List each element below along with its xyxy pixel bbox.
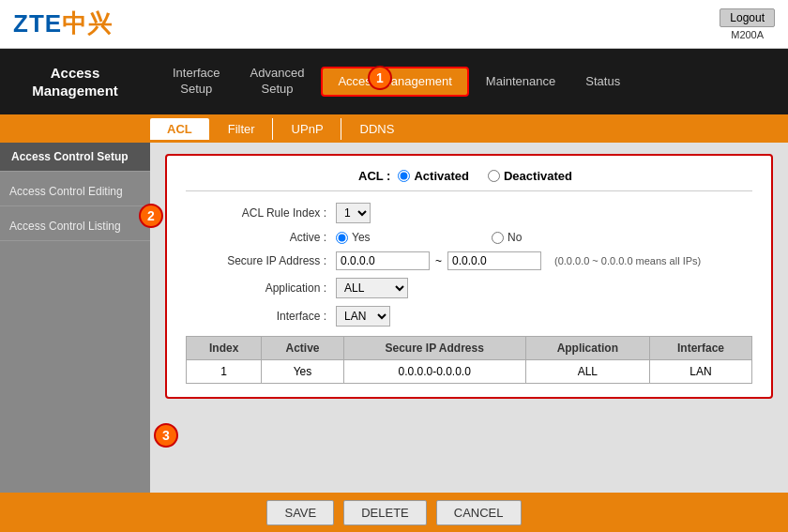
active-no-radio[interactable] [492,232,504,244]
sub-nav: ACL Filter UPnP DDNS [0,114,788,143]
cancel-button[interactable]: CANCEL [436,500,522,525]
nav-left-title: Access Management [0,49,150,114]
delete-button[interactable]: DELETE [343,500,427,525]
acl-activated-option[interactable]: Activated [398,169,469,183]
interface-label: Interface : [186,310,336,323]
nav-items: InterfaceSetup AdvancedSetup Access Mana… [150,49,788,114]
acl-label: ACL : [358,169,390,183]
application-field: ALL HTTP FTP TELNET SNMP PING [336,278,408,298]
sub-nav-upnp[interactable]: UPnP [275,118,341,140]
application-select[interactable]: ALL HTTP FTP TELNET SNMP PING [336,278,408,298]
nav-item-maintenance[interactable]: Maintenance [473,68,568,96]
acl-activated-radio[interactable] [398,170,410,182]
col-secure-ip: Secure IP Address [343,337,525,360]
secure-ip-row: Secure IP Address : ~ (0.0.0.0 ~ 0.0.0.0… [186,251,752,270]
active-no-option[interactable]: No [492,231,642,244]
listing-table: Index Active Secure IP Address Applicati… [186,336,752,384]
sidebar-access-control-setup[interactable]: Access Control Setup [0,143,150,172]
rule-index-label: ACL Rule Index : [186,206,336,220]
acl-deactivated-radio[interactable] [488,170,500,182]
cell-interface: LAN [650,360,752,384]
content-area: ACL : Activated Deactivated ACL Rule Ind… [150,143,788,493]
active-yes-radio[interactable] [336,232,348,244]
bottom-bar: SAVE DELETE CANCEL [0,493,788,532]
col-active: Active [262,337,343,360]
active-field: Yes No [336,231,642,244]
table-section: Index Active Secure IP Address Applicati… [186,336,752,384]
col-application: Application [525,337,649,360]
rule-index-select[interactable]: 1 2 3 [336,203,371,223]
secure-ip-field: ~ (0.0.0.0 ~ 0.0.0.0 means all IPs) [336,251,701,270]
cell-application: ALL [525,360,649,384]
interface-select[interactable]: LAN WAN [336,306,390,327]
sidebar-access-control-editing[interactable]: Access Control Editing [0,172,150,206]
sidebar-access-control-listing[interactable]: Access Control Listing [0,206,150,241]
nav-item-advanced-setup[interactable]: AdvancedSetup [237,60,318,103]
sub-nav-ddns[interactable]: DDNS [343,118,412,140]
rule-index-field: 1 2 3 [336,203,371,223]
rule-index-row: ACL Rule Index : 1 2 3 [186,203,752,223]
nav-bar: Access Management InterfaceSetup Advance… [0,49,788,114]
cell-active: Yes [262,360,343,384]
active-row: Active : Yes No [186,231,752,244]
acl-deactivated-option[interactable]: Deactivated [488,169,572,183]
header-right: Logout M200A [720,8,775,40]
active-yes-label: Yes [352,231,371,244]
annotation-badge-2: 2 [139,204,163,228]
cell-ip: 0.0.0.0-0.0.0.0 [343,360,525,384]
interface-row: Interface : LAN WAN [186,306,752,327]
nav-item-status[interactable]: Status [572,68,633,96]
active-yes-option[interactable]: Yes [336,231,486,244]
nav-item-access-management[interactable]: Access Management [321,67,468,98]
interface-field: LAN WAN [336,306,390,327]
nav-item-access-management-label: Access Management [338,74,451,88]
sidebar: Access Control Setup Access Control Edit… [0,143,150,493]
active-no-label: No [508,231,522,244]
acl-header: ACL : Activated Deactivated [186,169,752,191]
application-label: Application : [186,281,336,295]
secure-ip-label: Secure IP Address : [186,254,336,267]
save-button[interactable]: SAVE [266,500,334,525]
logout-button[interactable]: Logout [720,8,775,27]
table-row[interactable]: 1 Yes 0.0.0.0-0.0.0.0 ALL LAN [187,360,752,384]
nav-item-interface-setup[interactable]: InterfaceSetup [159,60,234,103]
ip-range-tilde: ~ [435,254,442,267]
sub-nav-filter[interactable]: Filter [211,118,273,140]
main-area: Access Control Setup Access Control Edit… [0,143,788,493]
device-name: M200A [731,29,764,40]
acl-activated-label: Activated [414,169,469,183]
form-panel: ACL : Activated Deactivated ACL Rule Ind… [165,154,773,399]
cell-index: 1 [187,360,262,384]
acl-deactivated-label: Deactivated [504,169,572,183]
logo: ZTE中兴 [13,8,113,40]
sub-nav-acl[interactable]: ACL [150,118,209,140]
secure-ip-from-input[interactable] [336,251,430,270]
secure-ip-to-input[interactable] [447,251,541,270]
application-row: Application : ALL HTTP FTP TELNET SNMP P… [186,278,752,298]
col-index: Index [187,337,262,360]
active-label: Active : [186,231,336,244]
annotation-badge-1: 1 [368,66,392,90]
acl-radio-group: Activated Deactivated [398,169,580,183]
annotation-badge-3: 3 [154,423,178,448]
header: ZTE中兴 Logout M200A [0,0,788,49]
ip-note: (0.0.0.0 ~ 0.0.0.0 means all IPs) [554,255,701,266]
col-interface: Interface [650,337,752,360]
